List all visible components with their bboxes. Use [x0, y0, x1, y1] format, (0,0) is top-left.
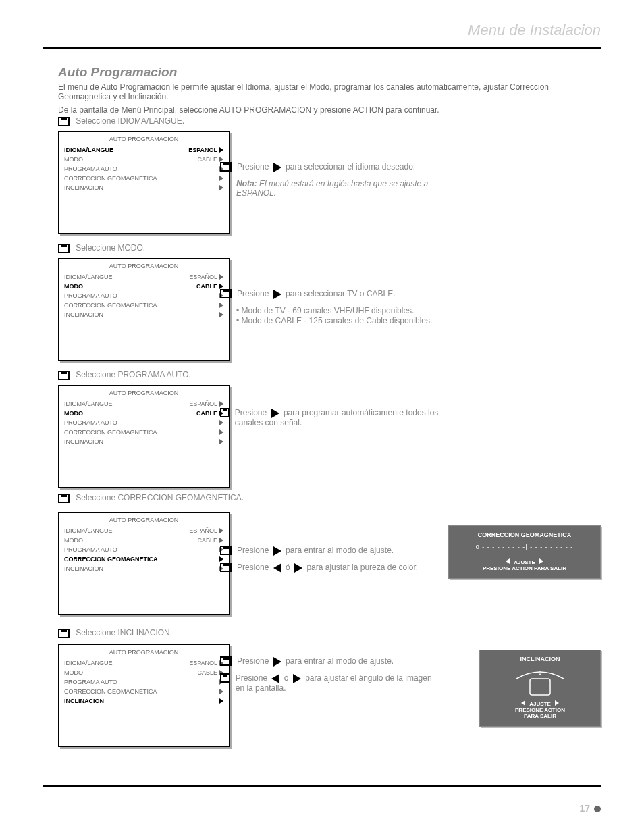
- step-text: Presione para entrar al modo de ajuste.: [237, 656, 394, 667]
- step-text: Presione ó para ajustar la pureza de col…: [237, 563, 418, 573]
- osd-panel: AUTO PROGRAMACION IDIOMA/LANGUEESPAÑOL M…: [58, 258, 230, 361]
- bullet-icon: [220, 563, 232, 572]
- bullet-icon: [220, 546, 232, 555]
- right-arrow-icon: [273, 163, 281, 172]
- bullet-icon: [58, 371, 70, 380]
- page-title: Menu de Instalacion: [468, 22, 601, 39]
- right-arrow-icon: [273, 657, 281, 667]
- osd-panel: AUTO PROGRAMACION IDIOMA/LANGUEESPAÑOL M…: [58, 644, 230, 747]
- svg-rect-0: [530, 679, 550, 695]
- step-label: Seleccione CORRECCION GEOMAGNETICA.: [76, 493, 244, 502]
- step-label: Seleccione PROGRAMA AUTO.: [76, 370, 191, 380]
- correction-osd: CORRECCION GEOMAGNETICA 0 - - - - - - - …: [448, 525, 601, 579]
- osd-panel: AUTO PROGRAMACION IDIOMA/LANGUEESPAÑOL M…: [58, 385, 230, 488]
- bullet-icon: [220, 673, 230, 683]
- section-heading: Auto Programacion: [58, 65, 601, 80]
- bullet-text: • Modo de CABLE - 125 canales de Cable d…: [236, 316, 441, 326]
- step-label: Seleccione IDIOMA/LANGUE.: [76, 116, 184, 126]
- step-text: Presione ó para ajustar el ángulo de la …: [236, 673, 441, 693]
- step-text: Presione para seleccionar TV o CABLE.: [237, 289, 396, 299]
- intro-text: El menu de Auto Programacion le permite …: [58, 82, 601, 101]
- intro-text-2: De la pantalla de Menú Principal, selecc…: [58, 105, 601, 115]
- bullet-icon: [220, 408, 230, 417]
- step-label: Seleccione INCLINACION.: [76, 628, 172, 637]
- step-text: Presione para programar automáticamente …: [235, 408, 441, 427]
- right-arrow-icon: [293, 674, 301, 683]
- page-number: 17: [579, 803, 601, 814]
- bullet-icon: [58, 117, 70, 126]
- right-arrow-icon: [271, 409, 279, 418]
- step-label: Seleccione MODO.: [76, 243, 145, 253]
- note-text: Nota: El menú estará en Inglés hasta que…: [236, 179, 441, 198]
- step-text: Presione para seleccionar el idioma dese…: [237, 162, 415, 172]
- bullet-icon: [220, 656, 232, 666]
- left-arrow-icon: [273, 563, 281, 573]
- bullet-icon: [220, 162, 232, 172]
- bullet-icon: [58, 494, 70, 503]
- right-arrow-icon: [294, 563, 302, 573]
- bullet-icon: [58, 629, 70, 638]
- step-text: Presione para entrar al modo de ajuste.: [237, 546, 394, 556]
- osd-panel: AUTO PROGRAMACION IDIOMA/LANGUEESPAÑOL M…: [58, 131, 230, 234]
- left-arrow-icon: [271, 674, 279, 683]
- bullet-icon: [220, 289, 232, 298]
- tilt-osd: INCLINACION 0 AJUSTEPRESIONE ACTIONPARA …: [479, 650, 601, 727]
- bullet-icon: [58, 244, 70, 253]
- right-arrow-icon: [273, 290, 281, 299]
- right-arrow-icon: [273, 546, 281, 556]
- bullet-text: • Modo de TV - 69 canales VHF/UHF dispon…: [236, 306, 441, 316]
- tilt-zero: 0: [538, 669, 541, 676]
- osd-panel: AUTO PROGRAMACION IDIOMA/LANGUEESPAÑOL M…: [58, 512, 230, 615]
